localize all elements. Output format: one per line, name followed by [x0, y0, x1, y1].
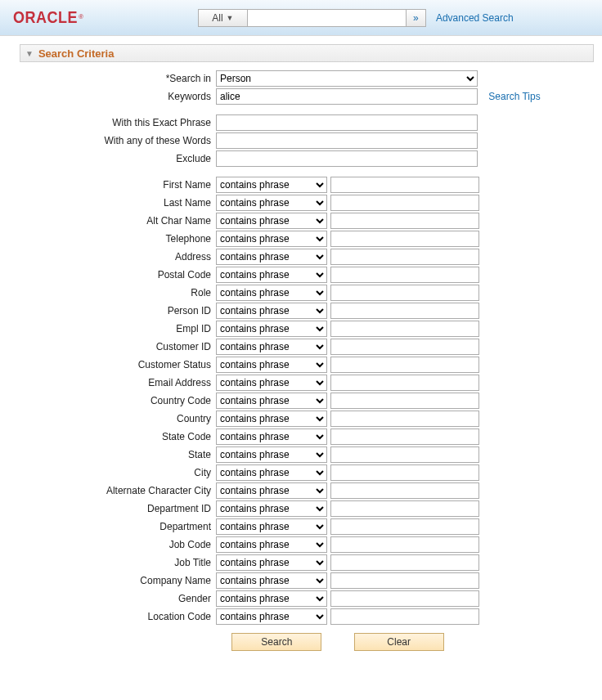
operator-select[interactable]: contains phrase: [216, 195, 327, 211]
keywords-input[interactable]: [216, 88, 478, 105]
value-input[interactable]: [330, 590, 479, 607]
field-label: City: [194, 467, 211, 478]
logo-text: ORACLE: [13, 8, 78, 27]
field-label: Role: [191, 287, 211, 298]
criteria-row: Department IDcontains phrase: [20, 500, 582, 517]
operator-select[interactable]: contains phrase: [216, 177, 327, 193]
criteria-row: Citycontains phrase: [20, 464, 582, 481]
value-input[interactable]: [330, 464, 479, 481]
criteria-row: Customer IDcontains phrase: [20, 339, 582, 355]
criteria-row: First Namecontains phrase: [20, 177, 582, 193]
section-header: ▼ Search Criteria: [20, 44, 594, 62]
operator-select[interactable]: contains phrase: [216, 231, 327, 247]
value-input[interactable]: [330, 572, 479, 589]
criteria-row: Statecontains phrase: [20, 446, 582, 463]
value-input[interactable]: [330, 303, 479, 319]
field-label: First Name: [163, 179, 211, 191]
value-input[interactable]: [330, 554, 479, 571]
field-label: Country: [177, 413, 211, 424]
field-label: Telephone: [166, 233, 211, 245]
operator-select[interactable]: contains phrase: [216, 482, 327, 499]
field-label: Customer Status: [138, 359, 211, 370]
value-input[interactable]: [330, 429, 479, 445]
value-input[interactable]: [330, 608, 479, 625]
field-label: Location Code: [148, 611, 211, 622]
operator-select[interactable]: contains phrase: [216, 249, 327, 265]
field-label: Person ID: [168, 305, 211, 316]
search-in-label: *Search in: [166, 73, 211, 84]
criteria-row: Rolecontains phrase: [20, 285, 582, 301]
value-input[interactable]: [330, 231, 479, 247]
value-input[interactable]: [330, 213, 479, 229]
search-in-row: *Search in Person: [20, 70, 582, 87]
operator-select[interactable]: contains phrase: [216, 303, 327, 319]
operator-select[interactable]: contains phrase: [216, 608, 327, 625]
criteria-row: Person IDcontains phrase: [20, 303, 582, 319]
search-criteria-form: *Search in Person Keywords Search Tips W…: [0, 62, 602, 667]
search-go-button[interactable]: »: [407, 9, 426, 27]
operator-select[interactable]: contains phrase: [216, 267, 327, 283]
exact-phrase-input[interactable]: [216, 114, 478, 131]
operator-select[interactable]: contains phrase: [216, 572, 327, 589]
value-input[interactable]: [330, 518, 479, 535]
operator-select[interactable]: contains phrase: [216, 536, 327, 553]
search-button[interactable]: Search: [231, 633, 321, 651]
operator-select[interactable]: contains phrase: [216, 464, 327, 481]
keywords-row: Keywords Search Tips: [20, 88, 582, 105]
criteria-row: Departmentcontains phrase: [20, 518, 582, 535]
keywords-label: Keywords: [168, 91, 211, 102]
operator-select[interactable]: contains phrase: [216, 375, 327, 391]
operator-select[interactable]: contains phrase: [216, 339, 327, 355]
section-title: Search Criteria: [38, 47, 115, 60]
value-input[interactable]: [330, 500, 479, 517]
topbar: ORACLE ® All ▼ » Advanced Search: [0, 0, 602, 36]
criteria-row: Postal Codecontains phrase: [20, 267, 582, 283]
global-search-input[interactable]: [247, 9, 407, 27]
value-input[interactable]: [330, 536, 479, 553]
search-scope-dropdown[interactable]: All ▼: [198, 9, 247, 27]
value-input[interactable]: [330, 357, 479, 373]
any-words-row: With any of these Words: [20, 132, 582, 149]
criteria-row: Gendercontains phrase: [20, 590, 582, 607]
operator-select[interactable]: contains phrase: [216, 590, 327, 607]
value-input[interactable]: [330, 195, 479, 211]
operator-select[interactable]: contains phrase: [216, 285, 327, 301]
clear-button[interactable]: Clear: [354, 633, 444, 651]
operator-select[interactable]: contains phrase: [216, 357, 327, 373]
value-input[interactable]: [330, 393, 479, 409]
operator-select[interactable]: contains phrase: [216, 321, 327, 337]
value-input[interactable]: [330, 411, 479, 427]
field-label: Alternate Character City: [106, 485, 211, 496]
criteria-row: Last Namecontains phrase: [20, 195, 582, 211]
operator-select[interactable]: contains phrase: [216, 518, 327, 535]
operator-select[interactable]: contains phrase: [216, 393, 327, 409]
operator-select[interactable]: contains phrase: [216, 554, 327, 571]
field-label: Department ID: [147, 503, 211, 514]
search-tips-link[interactable]: Search Tips: [488, 91, 540, 102]
value-input[interactable]: [330, 446, 479, 463]
operator-select[interactable]: contains phrase: [216, 500, 327, 517]
value-input[interactable]: [330, 375, 479, 391]
value-input[interactable]: [330, 339, 479, 355]
criteria-row: Countrycontains phrase: [20, 411, 582, 427]
operator-select[interactable]: contains phrase: [216, 411, 327, 427]
exclude-input[interactable]: [216, 150, 478, 167]
value-input[interactable]: [330, 285, 479, 301]
operator-select[interactable]: contains phrase: [216, 429, 327, 445]
operator-select[interactable]: contains phrase: [216, 446, 327, 463]
operator-select[interactable]: contains phrase: [216, 213, 327, 229]
value-input[interactable]: [330, 177, 479, 193]
collapse-icon[interactable]: ▼: [25, 49, 34, 58]
advanced-search-link[interactable]: Advanced Search: [436, 12, 514, 24]
value-input[interactable]: [330, 482, 479, 499]
value-input[interactable]: [330, 321, 479, 337]
any-words-input[interactable]: [216, 132, 478, 149]
value-input[interactable]: [330, 249, 479, 265]
field-label: Address: [175, 251, 211, 262]
criteria-row: Country Codecontains phrase: [20, 393, 582, 409]
criteria-row: Telephonecontains phrase: [20, 231, 582, 247]
search-in-select[interactable]: Person: [216, 70, 478, 87]
value-input[interactable]: [330, 267, 479, 283]
field-label: Alt Char Name: [146, 215, 211, 227]
criteria-row: State Codecontains phrase: [20, 429, 582, 445]
